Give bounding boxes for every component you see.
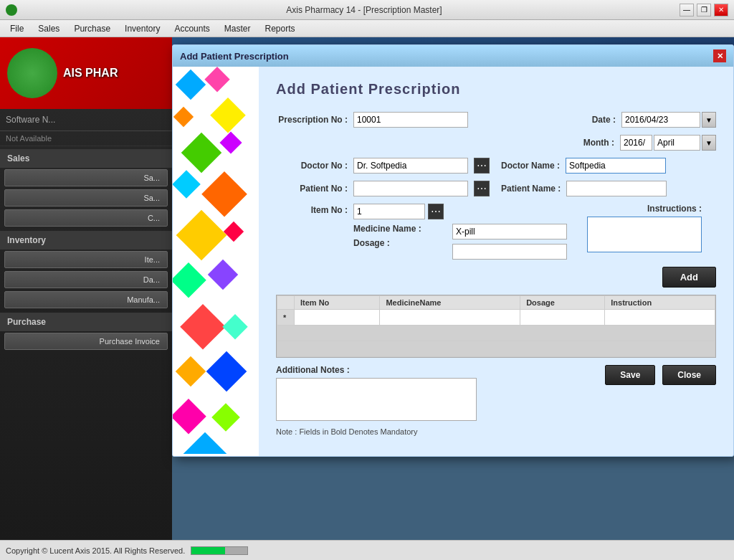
month-picker-button[interactable]: ▼ — [702, 135, 716, 151]
prescription-no-label: Prescription No : — [276, 115, 348, 125]
restore-button[interactable]: ❐ — [697, 4, 711, 16]
svg-rect-14 — [176, 356, 206, 386]
patient-no-input[interactable] — [353, 181, 468, 196]
items-table: Item No MedicineName Dosage Instruction … — [277, 295, 715, 357]
sidebar-btn-inv2[interactable]: Da... — [4, 271, 168, 288]
logo-text: AIS PHAR — [63, 67, 118, 80]
notes-label: Additional Notes : — [276, 365, 477, 375]
close-dialog-button[interactable]: Close — [662, 365, 716, 385]
mandatory-note: Note : Fields in Bold Denotes Mandatory — [276, 427, 716, 436]
menu-bar: File Sales Purchase Inventory Accounts M… — [0, 20, 734, 37]
sidebar-status: Not Available — [0, 131, 172, 146]
app-body: AIS PHAR Software N... Not Available Sal… — [0, 37, 734, 540]
notes-section: Additional Notes : — [276, 365, 477, 423]
save-button[interactable]: Save — [605, 365, 655, 385]
svg-rect-11 — [208, 260, 238, 290]
svg-rect-5 — [219, 131, 242, 153]
progress-bar — [191, 546, 248, 555]
table-new-row: * — [277, 310, 715, 326]
patient-browse-button[interactable]: ⋯ — [474, 181, 490, 196]
window-controls: — ❐ ✕ — [680, 4, 728, 16]
cell-dosage[interactable] — [520, 310, 605, 326]
dialog-overlay: Add Patient Prescription ✕ — [172, 37, 734, 540]
sidebar-btn-sales1[interactable]: Sa... — [4, 169, 168, 186]
medicine-name-input[interactable] — [452, 224, 567, 239]
table-header-row: Item No MedicineName Dosage Instruction — [277, 296, 715, 310]
sidebar-btn-inv3[interactable]: Manufa... — [4, 291, 168, 308]
date-label: Date : — [558, 115, 616, 125]
svg-rect-13 — [222, 314, 247, 339]
sidebar-btn-sales2[interactable]: Sa... — [4, 189, 168, 207]
doctor-name-input[interactable] — [566, 158, 666, 174]
patient-no-label: Patient No : — [276, 184, 348, 194]
month-label: Month : — [557, 138, 614, 148]
svg-rect-10 — [173, 262, 206, 298]
prescription-no-input[interactable] — [353, 112, 468, 128]
doctor-browse-button[interactable]: ⋯ — [474, 158, 490, 174]
add-button[interactable]: Add — [662, 267, 716, 288]
dialog-titlebar: Add Patient Prescription ✕ — [173, 45, 733, 67]
window-close-button[interactable]: ✕ — [714, 4, 728, 16]
menu-reports[interactable]: Reports — [257, 22, 302, 35]
sidebar: AIS PHAR Software N... Not Available Sal… — [0, 37, 172, 540]
dosage-input[interactable] — [452, 244, 567, 260]
table-empty-row1 — [277, 326, 715, 341]
menu-accounts[interactable]: Accounts — [167, 22, 216, 35]
svg-rect-1 — [204, 67, 229, 92]
cell-instruction[interactable] — [605, 310, 715, 326]
menu-purchase[interactable]: Purchase — [67, 22, 118, 35]
instructions-textarea[interactable] — [587, 217, 702, 252]
sidebar-section-sales: Sales — [0, 149, 172, 168]
month-row: Month : ▼ — [276, 135, 716, 151]
svg-rect-18 — [180, 432, 231, 454]
item-row: Item No : ⋯ Medicine Name : — [276, 204, 716, 260]
dosage-label: Dosage : — [353, 238, 390, 248]
minimize-button[interactable]: — — [680, 4, 694, 16]
patient-name-label: Patient Name : — [501, 184, 561, 194]
svg-rect-4 — [181, 133, 222, 174]
svg-rect-16 — [173, 399, 206, 434]
sidebar-btn-sales3[interactable]: C... — [4, 209, 168, 227]
col-instruction: Instruction — [605, 296, 715, 310]
medicine-name-label: Medicine Name : — [353, 224, 421, 234]
date-input[interactable] — [621, 112, 700, 128]
dialog-content: Add Patient Prescription Prescription No… — [173, 67, 733, 456]
main-area: Softpedia Store Wi... ... Add Patient Pr… — [172, 37, 734, 540]
dialog-close-button[interactable]: ✕ — [713, 49, 726, 62]
date-picker-button[interactable]: ▼ — [702, 112, 716, 128]
svg-rect-12 — [180, 304, 226, 350]
menu-file[interactable]: File — [3, 22, 31, 35]
item-no-input[interactable] — [353, 204, 425, 219]
notes-textarea[interactable] — [276, 378, 477, 421]
dialog-title: Add Patient Prescription — [180, 51, 289, 62]
item-no-label: Item No : — [276, 204, 348, 215]
add-button-row: Add — [276, 267, 716, 288]
month-year-input[interactable] — [620, 135, 652, 151]
instructions-label: Instructions : — [587, 204, 702, 214]
cell-item-no[interactable] — [295, 310, 380, 326]
title-bar: Axis Pharmacy 14 - [Prescription Master]… — [0, 0, 734, 20]
sidebar-store-name: Software N... — [0, 109, 172, 131]
cell-medicine-name[interactable] — [380, 310, 520, 326]
col-item-no: Item No — [295, 296, 380, 310]
menu-sales[interactable]: Sales — [31, 22, 67, 35]
logo-graphic — [7, 48, 57, 98]
row-indicator: * — [277, 310, 295, 326]
menu-master[interactable]: Master — [217, 22, 258, 35]
sidebar-section-purchase: Purchase — [0, 313, 172, 331]
svg-rect-6 — [173, 170, 201, 199]
month-name-input[interactable] — [654, 135, 700, 151]
items-table-container: Item No MedicineName Dosage Instruction … — [276, 295, 716, 358]
patient-row: Patient No : ⋯ Patient Name : — [276, 181, 716, 196]
doctor-name-label: Doctor Name : — [501, 161, 560, 171]
svg-rect-3 — [210, 98, 245, 133]
sidebar-btn-inv1[interactable]: Ite... — [4, 251, 168, 268]
item-browse-button[interactable]: ⋯ — [428, 204, 444, 219]
doctor-no-input[interactable] — [353, 158, 468, 174]
menu-inventory[interactable]: Inventory — [118, 22, 167, 35]
patient-name-input[interactable] — [566, 181, 667, 196]
svg-rect-15 — [206, 351, 247, 392]
sidebar-btn-purchase1[interactable]: Purchase Invoice — [4, 333, 168, 350]
action-buttons: Save Close — [605, 365, 716, 385]
window-title: Axis Pharmacy 14 - [Prescription Master] — [49, 5, 680, 15]
